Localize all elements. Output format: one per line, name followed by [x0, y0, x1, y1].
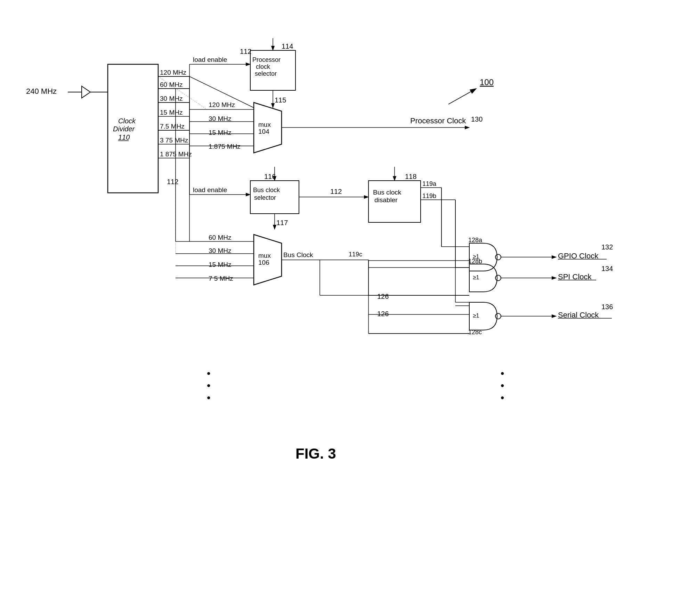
proc-clock-sel-label1: Processor	[252, 56, 281, 63]
mux104-in-1875: 1.875 MHz	[209, 143, 241, 150]
sig-119b: 119b	[422, 192, 436, 199]
load-enable-bottom-label: load enable	[193, 186, 227, 194]
circuit-diagram: 240 MHz Clock Divider 110 120 MHz 60 MHz…	[0, 0, 681, 616]
sig-115: 115	[275, 96, 286, 104]
bus-clock-sel-label1: Bus clock	[253, 187, 280, 194]
mux106-in-75: 7 5 MHz	[209, 275, 233, 282]
dots-right3: •	[501, 392, 504, 403]
dots-left: •	[207, 368, 211, 379]
and-gate-128c-label: ≥1	[473, 312, 479, 319]
sig-128b: 128b	[468, 258, 482, 265]
mux104-in-30: 30 MHz	[209, 115, 231, 122]
mux106-in-15: 15 MHz	[209, 261, 231, 268]
sig-114: 114	[282, 42, 293, 50]
freq-7-5mhz-out: 7.5 MHz	[160, 123, 185, 130]
bus-clock-sel-label2: selector	[254, 194, 276, 201]
freq-15mhz-out: 15 MHz	[160, 109, 183, 116]
sig-128c: 128c	[468, 329, 482, 336]
freq-1-875mhz-out: 1 875 MHz	[160, 150, 192, 158]
sig-117: 117	[276, 219, 288, 227]
clock-divider-label: Clock	[118, 117, 136, 125]
diagram-container: 240 MHz Clock Divider 110 120 MHz 60 MHz…	[0, 0, 681, 616]
mux104-in-15: 15 MHz	[209, 129, 231, 136]
bus-clock-output-label: Bus Clock	[283, 251, 313, 258]
bus-clock-dis-label2: disabler	[374, 196, 398, 204]
sig-134: 134	[601, 265, 613, 272]
dots-right2: •	[501, 380, 504, 391]
load-enable-top-label: load enable	[193, 56, 227, 63]
clock-divider-label2: Divider	[113, 125, 135, 133]
proc-clock-sel-label3: selector	[255, 70, 277, 77]
sig-116: 116	[264, 173, 276, 180]
freq-60mhz-out: 60 MHz	[160, 81, 183, 88]
freq-240mhz: 240 MHz	[26, 87, 57, 96]
sig-112-top: 112	[240, 48, 251, 55]
svg-point-56	[495, 313, 501, 319]
sig-128a: 128a	[468, 237, 483, 244]
svg-line-74	[448, 89, 476, 104]
freq-120mhz-out: 120 MHz	[160, 69, 186, 76]
sig-132: 132	[601, 243, 613, 251]
sig-119a: 119a	[422, 180, 437, 187]
sig-119c: 119c	[349, 251, 362, 258]
svg-marker-3	[82, 86, 90, 98]
sig-130: 130	[471, 115, 483, 123]
sig-112-mid: 112	[330, 188, 342, 195]
sig-112-bottom: 112	[167, 178, 178, 186]
svg-point-55	[495, 275, 501, 281]
dots-left3: •	[207, 392, 211, 403]
mux106-in-60: 60 MHz	[209, 234, 231, 241]
clock-divider-num: 110	[118, 133, 130, 141]
mux106-label1: mux	[258, 252, 271, 259]
freq-3-75mhz-out: 3 75 MHz	[160, 137, 188, 144]
freq-30mhz-out: 30 MHz	[160, 95, 183, 102]
proc-clock-output-label: Processor Clock	[410, 116, 466, 125]
and-gate-128b-label: ≥1	[473, 274, 479, 281]
proc-clock-sel-label2: clock	[256, 63, 270, 70]
sig-126-2: 126	[377, 310, 389, 318]
mux106-label2: 106	[258, 259, 269, 266]
mux104-label1: mux	[258, 121, 271, 128]
sig-118: 118	[405, 173, 416, 180]
ref-100: 100	[480, 77, 494, 87]
mux104-label2: 104	[258, 128, 269, 135]
mux106-in-30: 30 MHz	[209, 247, 231, 254]
mux104-in-120: 120 MHz	[209, 101, 235, 108]
dots-right: •	[501, 368, 504, 379]
fig-label: FIG. 3	[295, 445, 336, 462]
sig-136: 136	[601, 303, 613, 311]
sig-126-1: 126	[377, 293, 389, 300]
dots-left2: •	[207, 380, 211, 391]
svg-point-54	[495, 254, 501, 260]
bus-clock-dis-label1: Bus clock	[373, 189, 402, 196]
